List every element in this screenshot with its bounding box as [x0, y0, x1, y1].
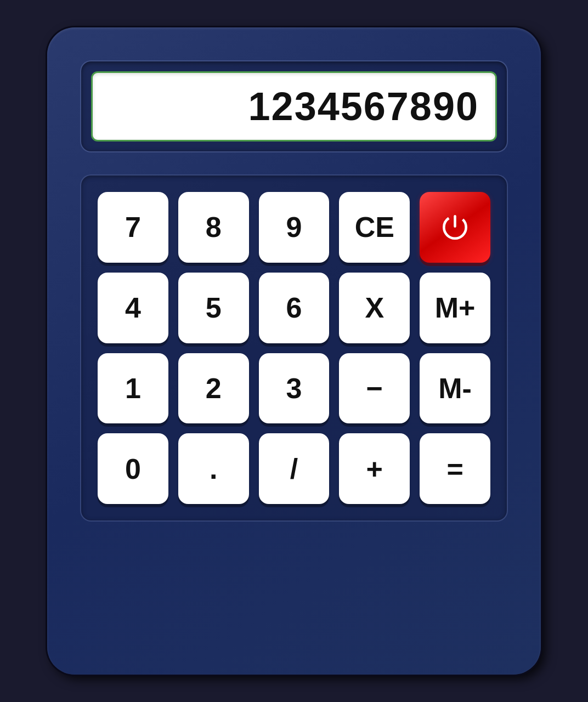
key-subtract[interactable]: −	[339, 353, 410, 424]
key-add[interactable]: +	[339, 433, 410, 504]
key-divide[interactable]: /	[259, 433, 330, 504]
key-1[interactable]: 1	[98, 353, 168, 424]
key-5[interactable]: 5	[178, 273, 249, 343]
key-8[interactable]: 8	[178, 192, 249, 263]
key-equals[interactable]: =	[420, 433, 490, 504]
key-3[interactable]: 3	[259, 353, 330, 424]
key-decimal[interactable]: .	[178, 433, 249, 504]
key-power[interactable]	[420, 192, 490, 263]
key-m-minus[interactable]: M-	[420, 353, 490, 424]
key-0[interactable]: 0	[98, 433, 168, 504]
key-2[interactable]: 2	[178, 353, 249, 424]
keypad: 7 8 9 CE 4 5 6 X M+	[80, 174, 508, 522]
display-value: 1234567890	[248, 84, 479, 129]
power-icon	[440, 212, 470, 242]
display-container: 1234567890	[80, 60, 508, 152]
key-multiply[interactable]: X	[339, 273, 410, 343]
key-9[interactable]: 9	[259, 192, 330, 263]
key-6[interactable]: 6	[259, 273, 330, 343]
key-ce[interactable]: CE	[339, 192, 410, 263]
key-m-plus[interactable]: M+	[420, 273, 490, 343]
calculator: 1234567890 7 8 9 CE 4 5 6	[47, 27, 541, 675]
key-7[interactable]: 7	[98, 192, 168, 263]
display-screen: 1234567890	[91, 71, 497, 141]
key-4[interactable]: 4	[98, 273, 168, 343]
